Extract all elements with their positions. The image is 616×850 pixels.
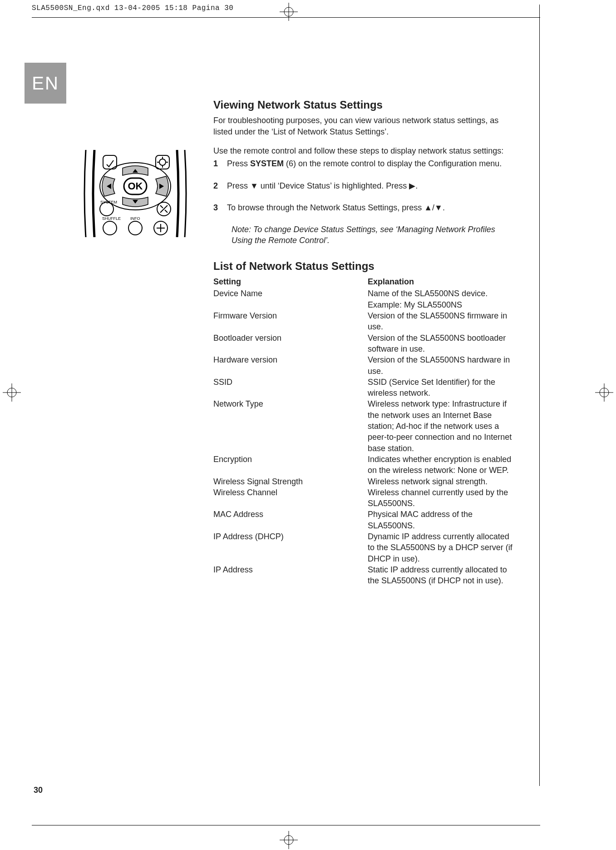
registration-mark-bottom [280,831,298,849]
note-paragraph: Note: To change Device Status Settings, … [213,224,513,246]
setting-name: MAC Address [213,509,368,531]
trim-edge [539,5,540,786]
step-number: 3 [213,202,218,213]
setting-name: Network Type [213,398,368,453]
setting-name: IP Address [213,564,368,587]
page-number: 30 [34,785,43,795]
trim-edge [32,17,540,18]
step-text: To browse through the Network Status Set… [227,203,424,212]
step-text: until ‘Device Status’ is highlighted. Pr… [258,181,409,190]
setting-explanation: Wireless channel currently used by the S… [368,487,513,509]
language-tab: EN [25,63,66,104]
registration-mark-left [3,383,21,402]
setting-explanation: SSID (Service Set Identifier) for the wi… [368,377,513,399]
setting-explanation: Wireless network signal strength. [368,476,513,487]
page-content: Viewing Network Status Settings For trou… [213,98,513,586]
right-arrow-icon: ▶ [409,181,415,190]
down-arrow-icon: ▼ [434,203,443,212]
list-heading: List of Network Status Settings [213,259,513,273]
registration-mark-top [280,3,298,21]
svg-point-30 [103,221,117,235]
setting-name: Firmware Version [213,310,368,333]
setting-name: Wireless Channel [213,487,368,509]
steps-list: 1 Press SYSTEM (6) on the remote control… [213,158,513,213]
setting-explanation: Version of the SLA5500NS firmware in use… [368,310,513,333]
setting-explanation: Name of the SLA5500NS device. Example: M… [368,288,513,310]
step-number: 2 [213,180,218,191]
print-header: SLA5500SN_Eng.qxd 13-04-2005 15:18 Pagin… [32,4,233,14]
setting-name: SSID [213,377,368,399]
setting-explanation: Static IP address currently allocated to… [368,564,513,587]
remote-control-illustration: OK SYSTEM SHUFFLE INFO [79,150,191,237]
lead-paragraph: Use the remote control and follow these … [213,145,513,156]
step-bold: SYSTEM [250,159,284,168]
settings-table: Setting Explanation Device NameName of t… [213,276,513,586]
setting-name: Wireless Signal Strength [213,476,368,487]
setting-explanation: Version of the SLA5500NS hardware in use… [368,354,513,377]
step-text: . [415,181,418,190]
setting-explanation: Dynamic IP address currently allocated t… [368,531,513,564]
step-item: 1 Press SYSTEM (6) on the remote control… [213,158,513,169]
setting-explanation: Indicates whether encryption is enabled … [368,454,513,476]
column-header-setting: Setting [213,276,368,287]
trim-edge [32,825,540,825]
svg-text:SHUFFLE: SHUFFLE [102,216,121,221]
setting-name: Hardware version [213,354,368,377]
step-item: 3 To browse through the Network Status S… [213,202,513,213]
step-text: Press [227,159,250,168]
column-header-explanation: Explanation [368,276,513,287]
svg-text:SYSTEM: SYSTEM [100,200,117,204]
svg-text:INFO: INFO [130,216,140,221]
setting-explanation: Wireless network type: Infrastructure if… [368,398,513,453]
setting-name: Bootloader version [213,333,368,355]
svg-point-31 [128,221,142,235]
setting-name: Encryption [213,454,368,476]
intro-paragraph: For troubleshooting purposes, you can vi… [213,115,513,137]
setting-explanation: Physical MAC address of the SLA5500NS. [368,509,513,531]
down-arrow-icon: ▼ [250,181,258,190]
svg-text:OK: OK [128,180,143,192]
step-text: Press [227,181,250,190]
step-item: 2 Press ▼ until ‘Device Status’ is highl… [213,180,513,191]
setting-name: Device Name [213,288,368,310]
step-text: (6) on the remote control to display the… [284,159,502,168]
step-number: 1 [213,158,218,169]
setting-name: IP Address (DHCP) [213,531,368,564]
registration-mark-right [595,383,613,402]
setting-explanation: Version of the SLA5500NS bootloader soft… [368,333,513,355]
section-heading: Viewing Network Status Settings [213,98,513,112]
up-arrow-icon: ▲ [424,203,432,212]
step-text: . [443,203,445,212]
